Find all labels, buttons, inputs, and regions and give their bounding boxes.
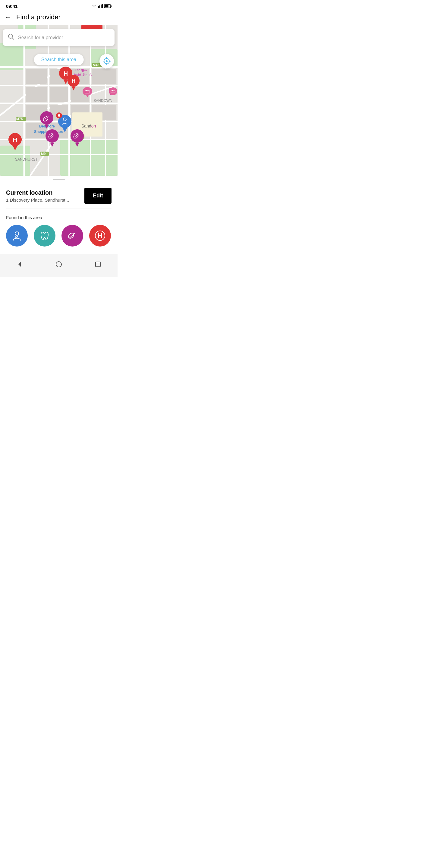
svg-text:H: H bbox=[64, 70, 68, 77]
svg-rect-1 bbox=[99, 5, 100, 8]
svg-point-104 bbox=[15, 232, 19, 236]
header: ← Find a provider bbox=[0, 11, 118, 25]
svg-point-76 bbox=[45, 129, 59, 143]
status-time: 09:41 bbox=[6, 4, 18, 9]
svg-rect-28 bbox=[26, 87, 47, 102]
svg-text:M9: M9 bbox=[41, 152, 45, 156]
svg-rect-30 bbox=[50, 87, 68, 102]
svg-rect-0 bbox=[98, 6, 99, 8]
bottom-nav bbox=[0, 254, 118, 277]
nav-square-icon bbox=[94, 261, 101, 268]
back-button[interactable]: ← bbox=[5, 14, 11, 21]
search-bar[interactable]: Search for a provider bbox=[3, 29, 115, 46]
nav-back-icon bbox=[16, 261, 23, 268]
pharmacy-icon bbox=[66, 230, 79, 242]
nav-back-button[interactable] bbox=[13, 258, 26, 271]
svg-text:Sandon: Sandon bbox=[82, 124, 96, 128]
provider-icon-pharmacy[interactable] bbox=[61, 225, 83, 247]
location-button[interactable] bbox=[99, 54, 114, 68]
nav-home-button[interactable] bbox=[52, 258, 65, 271]
search-icon bbox=[8, 33, 14, 41]
svg-rect-112 bbox=[96, 262, 100, 267]
status-icons bbox=[92, 4, 112, 8]
drag-handle[interactable] bbox=[53, 179, 65, 180]
doctor-icon bbox=[11, 230, 23, 242]
svg-rect-93 bbox=[112, 90, 113, 91]
svg-rect-33 bbox=[92, 69, 116, 84]
dental-icon bbox=[38, 230, 51, 242]
svg-point-91 bbox=[109, 87, 117, 95]
svg-point-75 bbox=[58, 114, 60, 117]
svg-point-111 bbox=[56, 261, 61, 267]
provider-icon-hospital[interactable]: H bbox=[89, 225, 111, 247]
svg-point-87 bbox=[83, 87, 92, 96]
map-container[interactable]: M40 M40 M75 M85 M9 Benmore Shopping Cent… bbox=[0, 25, 118, 176]
svg-line-97 bbox=[12, 38, 14, 39]
nav-square-button[interactable] bbox=[91, 258, 104, 271]
battery-icon bbox=[104, 4, 112, 8]
svg-rect-3 bbox=[102, 4, 103, 8]
bottom-panel: Current location 1 Discovery Place, Sand… bbox=[0, 179, 118, 254]
map-background: M40 M40 M75 M85 M9 Benmore Shopping Cent… bbox=[0, 25, 118, 176]
location-row: Current location 1 Discovery Place, Sand… bbox=[6, 183, 112, 209]
svg-text:M40: M40 bbox=[93, 63, 99, 67]
page-title: Find a provider bbox=[16, 13, 61, 21]
svg-rect-5 bbox=[111, 5, 112, 7]
location-info: Current location 1 Discovery Place, Sand… bbox=[6, 189, 69, 203]
location-icon bbox=[103, 57, 111, 65]
provider-icon-dental[interactable] bbox=[34, 225, 56, 247]
svg-point-106 bbox=[67, 232, 75, 239]
svg-point-80 bbox=[70, 129, 84, 143]
svg-text:H: H bbox=[98, 232, 102, 239]
location-address: 1 Discovery Place, Sandhurst... bbox=[6, 197, 69, 203]
provider-icon-doctor[interactable] bbox=[6, 225, 28, 247]
signal-icon bbox=[98, 4, 103, 8]
svg-rect-2 bbox=[101, 4, 101, 8]
svg-rect-6 bbox=[105, 5, 108, 7]
svg-text:H: H bbox=[13, 136, 17, 143]
hospital-icon: H bbox=[94, 230, 106, 242]
wifi-icon bbox=[92, 4, 96, 8]
edit-button[interactable]: Edit bbox=[84, 188, 112, 204]
location-title: Current location bbox=[6, 189, 69, 196]
svg-text:M75: M75 bbox=[16, 117, 23, 121]
svg-text:Thaslow: Thaslow bbox=[75, 68, 87, 72]
svg-rect-27 bbox=[26, 69, 47, 84]
search-area-button[interactable]: Search this area bbox=[34, 54, 84, 65]
svg-marker-110 bbox=[19, 262, 21, 267]
svg-text:SANDHURST: SANDHURST bbox=[15, 157, 38, 161]
svg-point-99 bbox=[106, 60, 107, 62]
status-bar: 09:41 bbox=[0, 0, 118, 11]
found-label: Found in this area bbox=[6, 209, 112, 225]
svg-text:H: H bbox=[72, 78, 76, 84]
search-placeholder: Search for a provider bbox=[18, 35, 63, 40]
nav-home-icon bbox=[55, 261, 62, 268]
svg-text:SANDOWN: SANDOWN bbox=[93, 98, 113, 103]
svg-rect-89 bbox=[86, 90, 87, 91]
providers-row: H bbox=[6, 225, 112, 254]
